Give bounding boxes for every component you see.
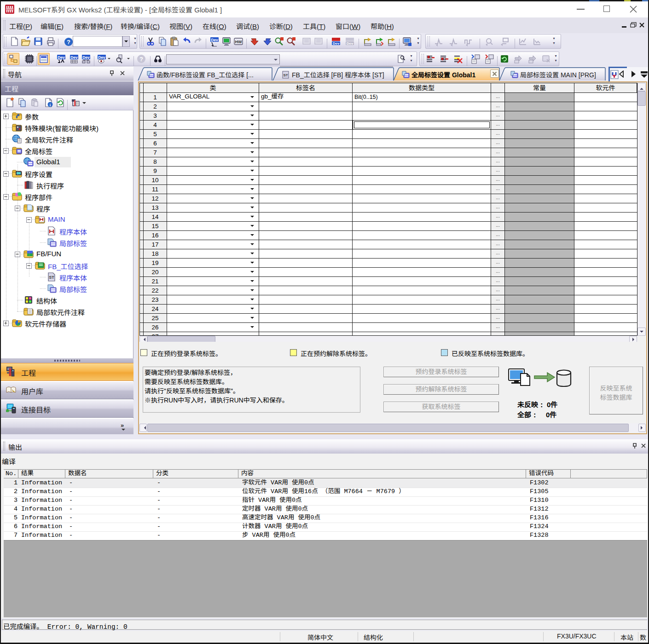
svg-text:Dev: Dev — [333, 41, 340, 46]
svg-text:Dev: Dev — [98, 55, 105, 60]
svg-text:HW: HW — [235, 40, 242, 44]
svg-text:Dev: Dev — [58, 55, 65, 60]
svg-text:Dev: Dev — [211, 38, 218, 42]
svg-text:Dev: Dev — [70, 55, 78, 60]
svg-text:?: ? — [139, 56, 143, 63]
svg-text:ST: ST — [49, 275, 54, 280]
svg-text:Dev: Dev — [347, 41, 353, 46]
svg-text:ST: ST — [283, 73, 288, 77]
svg-text:Dev: Dev — [82, 55, 90, 60]
svg-text:?: ? — [67, 39, 70, 46]
